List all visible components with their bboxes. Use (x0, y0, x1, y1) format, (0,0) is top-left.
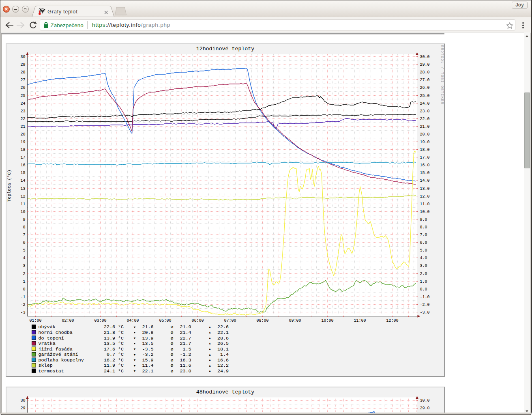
svg-text:7.0: 7.0 (420, 233, 427, 237)
svg-text:28.6: 28.6 (217, 335, 229, 341)
svg-text:6: 6 (23, 241, 25, 245)
svg-text:08:00: 08:00 (256, 318, 268, 323)
svg-text:▲: ▲ (209, 348, 211, 351)
svg-text:17.0: 17.0 (420, 155, 430, 160)
svg-text:06:00: 06:00 (191, 318, 204, 323)
svg-text:do topení: do topení (39, 335, 64, 341)
svg-text:02:00: 02:00 (62, 318, 74, 323)
svg-text:21.4: 21.4 (180, 330, 191, 335)
svg-text:29: 29 (20, 406, 25, 411)
svg-text:-2: -2 (20, 303, 25, 307)
svg-text:1: 1 (23, 280, 25, 284)
svg-text:23: 23 (20, 109, 25, 114)
svg-text:▼: ▼ (134, 326, 136, 329)
svg-text:-3: -3 (20, 310, 25, 315)
svg-text:▲: ▲ (209, 326, 211, 329)
svg-text:-3.5: -3.5 (142, 346, 153, 352)
svg-text:2: 2 (23, 272, 25, 276)
svg-text:3: 3 (23, 264, 25, 268)
svg-text:0.0: 0.0 (420, 287, 427, 292)
svg-text:ø: ø (170, 352, 173, 357)
svg-text:19: 19 (20, 140, 25, 144)
svg-text:-1: -1 (20, 295, 25, 299)
svg-text:▲: ▲ (209, 353, 211, 357)
svg-text:14.0: 14.0 (420, 178, 430, 183)
svg-text:▼: ▼ (134, 370, 136, 373)
svg-text:4: 4 (23, 256, 25, 260)
svg-text:22.0: 22.0 (420, 117, 430, 121)
svg-text:14: 14 (20, 178, 25, 183)
svg-text:27: 27 (20, 78, 25, 82)
svg-text:-2.0: -2.0 (420, 303, 430, 307)
svg-text:10:00: 10:00 (321, 318, 333, 323)
svg-text:15.0: 15.0 (420, 171, 430, 175)
svg-text:24.9: 24.9 (217, 368, 229, 374)
svg-text:24.1 °C: 24.1 °C (104, 368, 124, 374)
svg-text:3.0: 3.0 (420, 264, 427, 268)
svg-text:30: 30 (20, 55, 25, 59)
svg-text:16.3: 16.3 (180, 357, 191, 363)
svg-text:13.0: 13.0 (420, 187, 430, 191)
svg-text:▼: ▼ (134, 337, 136, 340)
svg-text:11.0: 11.0 (420, 202, 430, 206)
svg-text:-1.2: -1.2 (180, 352, 191, 357)
svg-text:-1.0: -1.0 (420, 295, 430, 299)
svg-text:13.9: 13.9 (142, 335, 153, 341)
svg-text:1.4: 1.4 (220, 352, 229, 357)
svg-text:26.0: 26.0 (420, 86, 430, 90)
svg-text:Teplota (°C): Teplota (°C) (7, 170, 12, 202)
svg-text:21.0: 21.0 (420, 125, 430, 129)
svg-text:-3.0: -3.0 (420, 310, 430, 315)
svg-text:ø: ø (170, 357, 173, 363)
svg-text:▼: ▼ (134, 342, 136, 345)
svg-text:25.0: 25.0 (420, 94, 430, 98)
svg-text:19.0: 19.0 (420, 140, 430, 144)
svg-text:ø: ø (170, 330, 173, 335)
svg-text:28: 28 (20, 70, 25, 75)
svg-text:28.0: 28.0 (420, 70, 430, 75)
svg-text:8.0: 8.0 (420, 225, 427, 230)
svg-text:18.0: 18.0 (420, 148, 430, 152)
svg-text:29: 29 (20, 62, 25, 67)
svg-text:12.2: 12.2 (217, 363, 229, 368)
svg-text:21: 21 (20, 125, 25, 129)
svg-text:ø: ø (170, 346, 173, 352)
svg-text:7: 7 (23, 233, 25, 237)
svg-text:22.6 °C: 22.6 °C (104, 324, 124, 330)
svg-text:▼: ▼ (134, 331, 136, 334)
svg-text:13.5 °C: 13.5 °C (104, 341, 124, 346)
svg-text:6.0: 6.0 (420, 241, 427, 245)
svg-text:12:00: 12:00 (386, 318, 398, 323)
svg-text:11.9 °C: 11.9 °C (104, 363, 124, 368)
svg-text:15: 15 (20, 171, 25, 175)
svg-text:1.5: 1.5 (182, 346, 191, 352)
svg-text:5.0: 5.0 (420, 248, 427, 253)
svg-text:▲: ▲ (209, 364, 211, 368)
svg-text:5: 5 (23, 248, 25, 253)
svg-text:23.0: 23.0 (180, 368, 191, 374)
svg-text:30.0: 30.0 (420, 55, 430, 59)
svg-text:48hodinové teploty: 48hodinové teploty (196, 389, 255, 395)
svg-text:-3.2: -3.2 (142, 352, 153, 357)
svg-text:10.0: 10.0 (420, 210, 430, 214)
svg-text:18.1: 18.1 (217, 346, 229, 352)
svg-text:26.5: 26.5 (217, 341, 229, 346)
svg-text:09:00: 09:00 (289, 318, 301, 323)
svg-text:▲: ▲ (209, 337, 211, 340)
svg-text:16.0: 16.0 (420, 163, 430, 168)
svg-text:05:00: 05:00 (159, 318, 171, 323)
svg-text:sklep: sklep (39, 363, 53, 368)
svg-text:9.0: 9.0 (420, 217, 427, 222)
svg-text:▼: ▼ (134, 364, 136, 368)
svg-text:21.7: 21.7 (180, 341, 191, 346)
svg-text:13.5: 13.5 (142, 341, 153, 346)
svg-text:▼: ▼ (134, 359, 136, 362)
svg-text:10: 10 (20, 210, 25, 214)
svg-text:ø: ø (170, 335, 173, 341)
svg-text:13: 13 (20, 187, 25, 191)
svg-text:12: 12 (20, 194, 25, 199)
svg-text:16.2 °C: 16.2 °C (104, 357, 124, 363)
svg-text:29.0: 29.0 (420, 406, 430, 411)
svg-text:15.9: 15.9 (142, 357, 153, 363)
svg-text:17.6 °C: 17.6 °C (104, 346, 124, 352)
